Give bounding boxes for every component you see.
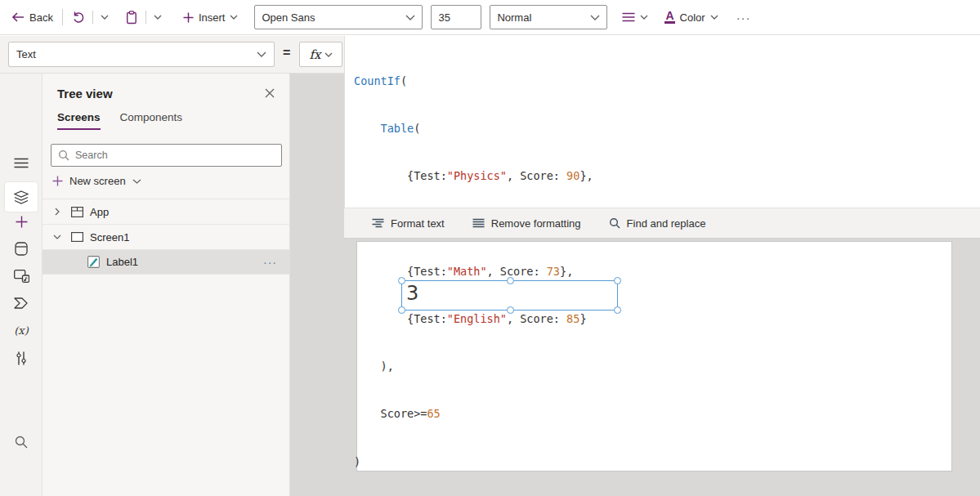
remove-formatting-label: Remove formatting <box>491 217 581 230</box>
insert-label: Insert <box>199 11 226 24</box>
menu-button[interactable] <box>0 158 43 168</box>
insert-button[interactable]: Insert <box>178 5 244 29</box>
chevron-down-icon <box>710 15 718 20</box>
chevron-right-icon[interactable] <box>52 208 62 216</box>
tree-item-label: Label1 <box>106 256 138 268</box>
chevron-down-icon <box>324 52 333 57</box>
chevron-down-icon <box>230 15 238 20</box>
remove-formatting-button[interactable]: Remove formatting <box>472 217 581 230</box>
tree-item-list: App Screen1 Label1 ··· <box>43 199 290 275</box>
chevron-down-icon <box>257 51 266 57</box>
advanced-tools-icon <box>16 351 27 365</box>
plus-icon <box>52 176 63 186</box>
variables-icon: (x) <box>14 324 28 337</box>
undo-icon <box>72 11 85 24</box>
property-value: Text <box>16 48 36 60</box>
tree-view-icon <box>14 190 29 204</box>
equals-sign: = <box>283 46 290 60</box>
find-and-replace-label: Find and replace <box>627 217 706 230</box>
close-panel-button[interactable] <box>262 85 278 101</box>
divider <box>92 11 93 24</box>
divider <box>145 11 146 24</box>
plus-icon <box>183 12 194 23</box>
chevron-down-icon <box>405 15 415 20</box>
font-family-dropdown[interactable]: Open Sans <box>254 5 423 29</box>
paste-button[interactable] <box>120 5 143 29</box>
undo-button[interactable] <box>67 5 90 29</box>
tree-item-label: Screen1 <box>90 231 129 244</box>
variables-rail-button[interactable]: (x) <box>0 324 43 337</box>
powerapps-studio: Back Insert Open Sans Normal <box>0 0 980 496</box>
close-icon <box>265 88 275 98</box>
tree-item-app[interactable]: App <box>43 199 290 224</box>
color-button[interactable]: A Color <box>660 5 723 29</box>
font-color-icon: A <box>665 11 674 24</box>
power-automate-icon <box>14 297 29 309</box>
color-label: Color <box>680 11 705 24</box>
tree-view-title: Tree view <box>57 87 113 101</box>
media-rail-button[interactable] <box>0 270 43 283</box>
back-label: Back <box>29 11 53 24</box>
more-commands-button[interactable]: ··· <box>732 5 756 29</box>
chevron-down-icon <box>640 15 648 20</box>
tab-screens[interactable]: Screens <box>57 111 101 130</box>
find-and-replace-button[interactable]: Find and replace <box>609 217 706 230</box>
top-toolbar: Back Insert Open Sans Normal <box>0 0 980 35</box>
item-options-button[interactable]: ··· <box>263 256 277 269</box>
ellipsis-icon: ··· <box>736 11 751 25</box>
insert-rail-button[interactable] <box>0 216 43 228</box>
media-icon <box>14 270 29 283</box>
property-row: Text = fx <box>0 36 344 74</box>
font-size-input[interactable] <box>431 5 481 29</box>
formula-toolbar: Format text Remove formatting Find and r… <box>344 208 980 239</box>
tree-search-box[interactable] <box>51 144 282 167</box>
tree-item-label: App <box>90 206 109 218</box>
property-dropdown[interactable]: Text <box>8 42 275 67</box>
tree-view-rail-button[interactable] <box>5 182 38 212</box>
label-control-icon <box>87 256 100 268</box>
new-screen-label: New screen <box>69 175 126 187</box>
search-rail-button[interactable] <box>0 436 43 449</box>
tree-search-input[interactable] <box>75 150 275 161</box>
database-icon <box>15 242 28 256</box>
tree-view-tabs: Screens Components <box>57 111 182 130</box>
advanced-tools-rail-button[interactable] <box>0 351 43 365</box>
format-text-icon <box>372 218 384 228</box>
clipboard-icon <box>125 11 138 25</box>
plus-icon <box>16 216 28 228</box>
undo-menu-button[interactable] <box>96 5 114 29</box>
search-icon <box>609 217 620 229</box>
data-rail-button[interactable] <box>0 242 43 256</box>
align-lines-icon <box>622 12 635 22</box>
tree-item-screen1[interactable]: Screen1 <box>43 224 290 249</box>
chevron-down-icon <box>101 15 109 20</box>
power-automate-rail-button[interactable] <box>0 297 43 309</box>
tree-item-label1[interactable]: Label1 ··· <box>43 249 290 275</box>
fx-button[interactable]: fx <box>299 42 342 67</box>
fx-icon: fx <box>309 47 320 62</box>
screen-icon <box>70 232 83 242</box>
hamburger-icon <box>14 158 29 168</box>
search-icon <box>58 150 69 161</box>
search-icon <box>15 436 28 449</box>
font-style-value: Normal <box>497 11 531 24</box>
chevron-down-icon <box>154 15 162 20</box>
back-arrow-icon <box>11 12 25 22</box>
app-icon <box>70 207 83 217</box>
alignment-button[interactable] <box>617 5 653 29</box>
format-text-button[interactable]: Format text <box>372 217 445 230</box>
formula-editor[interactable]: CountIf( Table( {Test:"Physics", Score: … <box>344 36 980 208</box>
formula-text: CountIf( Table( {Test:"Physics", Score: … <box>354 42 653 496</box>
font-style-dropdown[interactable]: Normal <box>490 5 607 29</box>
back-button[interactable]: Back <box>7 5 58 29</box>
format-text-label: Format text <box>391 217 445 230</box>
divider <box>62 9 63 25</box>
paste-menu-button[interactable] <box>149 5 167 29</box>
new-screen-button[interactable]: New screen <box>52 175 141 187</box>
left-navigation-rail: (x) <box>0 74 43 496</box>
chevron-down-icon <box>590 15 600 20</box>
chevron-down-icon <box>132 179 141 184</box>
chevron-down-icon[interactable] <box>52 235 62 239</box>
tree-view-panel: Tree view Screens Components New screen <box>43 74 290 496</box>
tab-components[interactable]: Components <box>120 111 183 130</box>
